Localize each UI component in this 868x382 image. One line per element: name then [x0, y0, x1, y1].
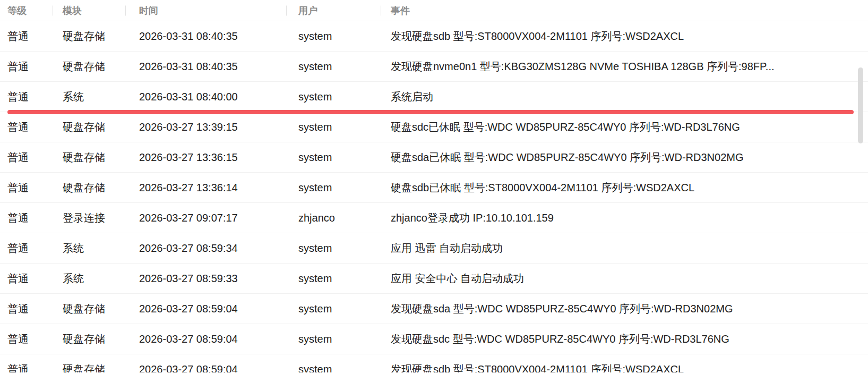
log-module-cell: 硬盘存储	[53, 29, 126, 44]
log-time-cell: 2026-03-27 13:36:15	[126, 151, 287, 164]
log-module-cell: 硬盘存储	[53, 120, 126, 134]
log-level-cell: 普通	[0, 181, 53, 195]
log-time-cell: 2026-03-27 09:07:17	[126, 212, 287, 224]
column-header-event-label: 事件	[391, 4, 410, 17]
column-header-user-label: 用户	[298, 4, 317, 17]
column-header-level: 等级	[0, 0, 53, 21]
log-row[interactable]: 普通 硬盘存储 2026-03-27 13:39:15 system 硬盘sdc…	[0, 112, 868, 142]
vertical-scrollbar-thumb[interactable]	[858, 67, 863, 143]
log-event-cell: 发现硬盘sdb 型号:ST8000VX004-2M1101 序列号:WSD2AX…	[381, 362, 868, 373]
log-time-cell: 2026-03-27 08:59:04	[126, 303, 287, 315]
log-user-cell: system	[287, 61, 381, 73]
log-level-cell: 普通	[0, 120, 53, 134]
log-user-cell: system	[287, 242, 381, 254]
log-row[interactable]: 普通 硬盘存储 2026-03-31 08:40:35 system 发现硬盘n…	[0, 52, 868, 82]
log-level-cell: 普通	[0, 211, 53, 225]
log-time-cell: 2026-03-27 08:59:34	[126, 242, 287, 254]
log-time-cell: 2026-03-27 08:59:33	[126, 273, 287, 285]
log-row[interactable]: 普通 系统 2026-03-27 08:59:34 system 应用 迅雷 自…	[0, 233, 868, 264]
log-module-cell: 硬盘存储	[53, 362, 126, 373]
log-module-cell: 系统	[53, 241, 126, 256]
log-level-cell: 普通	[0, 150, 53, 165]
log-time-cell: 2026-03-31 08:40:00	[126, 91, 287, 103]
log-event-cell: 系统启动	[381, 90, 868, 104]
log-event-cell: zhjanco登录成功 IP:10.10.101.159	[381, 211, 868, 225]
log-time-cell: 2026-03-27 13:39:15	[126, 121, 287, 133]
log-time-cell: 2026-03-31 08:40:35	[126, 30, 287, 43]
log-row[interactable]: 普通 硬盘存储 2026-03-27 08:59:04 system 发现硬盘s…	[0, 294, 868, 324]
log-module-cell: 登录连接	[53, 211, 126, 225]
log-user-cell: zhjanco	[287, 212, 381, 224]
log-level-cell: 普通	[0, 60, 53, 74]
log-event-cell: 发现硬盘nvme0n1 型号:KBG30ZMS128G NVMe TOSHIBA…	[381, 60, 868, 74]
log-event-cell: 发现硬盘sdb 型号:ST8000VX004-2M1101 序列号:WSD2AX…	[381, 29, 868, 44]
log-table: 等级 模块 时间 用户 事件 普通 硬盘存储 2026-03-31 08:40:…	[0, 0, 868, 372]
column-header-time: 时间	[126, 0, 287, 21]
log-user-cell: system	[287, 363, 381, 373]
log-module-cell: 硬盘存储	[53, 302, 126, 316]
log-module-cell: 系统	[53, 271, 126, 286]
log-row[interactable]: 普通 硬盘存储 2026-03-27 13:36:14 system 硬盘sdb…	[0, 173, 868, 203]
log-event-cell: 发现硬盘sda 型号:WDC WD85PURZ-85C4WY0 序列号:WD-R…	[381, 302, 868, 316]
log-rows-viewport: 普通 硬盘存储 2026-03-31 08:40:35 system 发现硬盘s…	[0, 21, 868, 372]
log-module-cell: 硬盘存储	[53, 60, 126, 74]
log-row[interactable]: 普通 系统 2026-03-31 08:40:00 system 系统启动	[0, 82, 868, 112]
log-level-cell: 普通	[0, 241, 53, 256]
log-event-cell: 硬盘sdb已休眠 型号:ST8000VX004-2M1101 序列号:WSD2A…	[381, 181, 868, 195]
column-header-user: 用户	[287, 0, 381, 21]
log-event-cell: 应用 迅雷 自动启动成功	[381, 241, 868, 256]
log-user-cell: system	[287, 182, 381, 194]
log-row[interactable]: 普通 硬盘存储 2026-03-27 08:59:04 system 发现硬盘s…	[0, 324, 868, 354]
log-level-cell: 普通	[0, 29, 53, 44]
log-row[interactable]: 普通 系统 2026-03-27 08:59:33 system 应用 安全中心…	[0, 264, 868, 294]
log-event-cell: 硬盘sda已休眠 型号:WDC WD85PURZ-85C4WY0 序列号:WD-…	[381, 150, 868, 165]
log-table-header: 等级 模块 时间 用户 事件	[0, 0, 868, 21]
log-event-cell: 硬盘sdc已休眠 型号:WDC WD85PURZ-85C4WY0 序列号:WD-…	[381, 120, 868, 134]
log-user-cell: system	[287, 333, 381, 345]
column-header-level-label: 等级	[7, 4, 27, 17]
log-time-cell: 2026-03-31 08:40:35	[126, 61, 287, 73]
unread-marker-line	[7, 110, 854, 114]
log-level-cell: 普通	[0, 271, 53, 286]
log-row[interactable]: 普通 硬盘存储 2026-03-31 08:40:35 system 发现硬盘s…	[0, 21, 868, 52]
log-time-cell: 2026-03-27 08:59:04	[126, 363, 287, 373]
log-module-cell: 硬盘存储	[53, 150, 126, 165]
log-time-cell: 2026-03-27 08:59:04	[126, 333, 287, 345]
column-header-module: 模块	[53, 0, 126, 21]
log-row[interactable]: 普通 登录连接 2026-03-27 09:07:17 zhjanco zhja…	[0, 203, 868, 233]
log-time-cell: 2026-03-27 13:36:14	[126, 182, 287, 194]
log-module-cell: 硬盘存储	[53, 181, 126, 195]
log-event-cell: 应用 安全中心 自动启动成功	[381, 271, 868, 286]
log-level-cell: 普通	[0, 332, 53, 346]
log-module-cell: 硬盘存储	[53, 332, 126, 346]
log-user-cell: system	[287, 121, 381, 133]
log-user-cell: system	[287, 30, 381, 43]
column-header-time-label: 时间	[139, 4, 158, 17]
log-user-cell: system	[287, 91, 381, 103]
log-level-cell: 普通	[0, 302, 53, 316]
column-header-event: 事件	[381, 0, 868, 21]
log-level-cell: 普通	[0, 362, 53, 373]
log-event-cell: 发现硬盘sdc 型号:WDC WD85PURZ-85C4WY0 序列号:WD-R…	[381, 332, 868, 346]
log-row[interactable]: 普通 硬盘存储 2026-03-27 13:36:15 system 硬盘sda…	[0, 142, 868, 173]
log-row[interactable]: 普通 硬盘存储 2026-03-27 08:59:04 system 发现硬盘s…	[0, 354, 868, 372]
log-user-cell: system	[287, 303, 381, 315]
log-user-cell: system	[287, 273, 381, 285]
column-header-module-label: 模块	[63, 4, 82, 17]
log-level-cell: 普通	[0, 90, 53, 104]
log-module-cell: 系统	[53, 90, 126, 104]
log-user-cell: system	[287, 151, 381, 164]
